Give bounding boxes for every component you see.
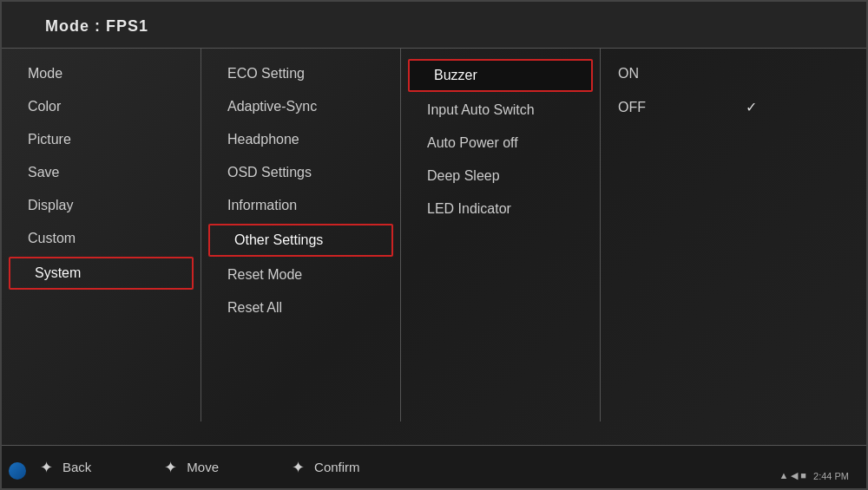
move-icon bbox=[161, 458, 180, 477]
menu-item-reset-all[interactable]: Reset All bbox=[201, 291, 400, 324]
confirm-icon bbox=[288, 458, 307, 477]
left-accent-circle bbox=[9, 462, 26, 480]
move-label: Move bbox=[187, 460, 219, 474]
col-2-sub-menu: ECO Setting Adaptive-Sync Headphone OSD … bbox=[201, 49, 401, 421]
back-label: Back bbox=[62, 460, 91, 474]
systray: ▲ ◀ ■ 2:44 PM bbox=[779, 470, 849, 481]
checkmark-off: ✓ bbox=[746, 99, 757, 115]
menu-item-mode[interactable]: Mode bbox=[2, 57, 201, 90]
nav-confirm[interactable]: Confirm bbox=[288, 458, 360, 477]
menu-item-deep-sleep[interactable]: Deep Sleep bbox=[401, 160, 600, 193]
value-on: ON bbox=[601, 57, 774, 90]
menu-item-osd-settings[interactable]: OSD Settings bbox=[201, 156, 400, 189]
menu-item-information[interactable]: Information bbox=[201, 189, 400, 222]
menu-item-auto-power-off[interactable]: Auto Power off bbox=[401, 127, 600, 160]
menu-item-save[interactable]: Save bbox=[2, 156, 201, 189]
menu-item-buzzer[interactable]: Buzzer bbox=[408, 59, 593, 92]
nav-back[interactable]: Back bbox=[36, 458, 91, 477]
value-off: OFF ✓ bbox=[601, 90, 774, 124]
title-bar: Mode : FPS1 bbox=[2, 2, 866, 49]
col-1-main-menu: Mode Color Picture Save Display Custom S… bbox=[2, 49, 201, 421]
menu-container: Mode Color Picture Save Display Custom S… bbox=[2, 49, 866, 421]
nav-bar: Back Move Confirm ▲ ◀ ■ 2:44 PM bbox=[2, 445, 866, 488]
confirm-label: Confirm bbox=[314, 460, 360, 474]
menu-item-adaptive-sync[interactable]: Adaptive-Sync bbox=[201, 90, 400, 123]
screen: Mode : FPS1 Mode Color Picture Save Disp… bbox=[0, 0, 868, 490]
menu-item-other-settings[interactable]: Other Settings bbox=[208, 224, 393, 257]
menu-item-input-auto-switch[interactable]: Input Auto Switch bbox=[401, 94, 600, 127]
menu-item-reset-mode[interactable]: Reset Mode bbox=[201, 258, 400, 291]
systray-icons: ▲ ◀ ■ bbox=[779, 470, 806, 481]
col-3-options: Buzzer Input Auto Switch Auto Power off … bbox=[401, 49, 601, 421]
menu-item-headphone[interactable]: Headphone bbox=[201, 123, 400, 156]
back-icon bbox=[36, 458, 56, 477]
menu-item-eco-setting[interactable]: ECO Setting bbox=[201, 57, 400, 90]
menu-item-display[interactable]: Display bbox=[2, 189, 201, 222]
title: Mode : FPS1 bbox=[45, 17, 148, 35]
menu-item-color[interactable]: Color bbox=[2, 90, 201, 123]
nav-move[interactable]: Move bbox=[161, 458, 219, 477]
menu-item-custom[interactable]: Custom bbox=[2, 222, 201, 255]
col-4-values: ON OFF ✓ bbox=[601, 49, 774, 421]
menu-item-picture[interactable]: Picture bbox=[2, 123, 201, 156]
menu-item-led-indicator[interactable]: LED Indicator bbox=[401, 193, 600, 225]
systray-time: 2:44 PM bbox=[813, 471, 849, 481]
menu-item-system[interactable]: System bbox=[9, 257, 194, 290]
